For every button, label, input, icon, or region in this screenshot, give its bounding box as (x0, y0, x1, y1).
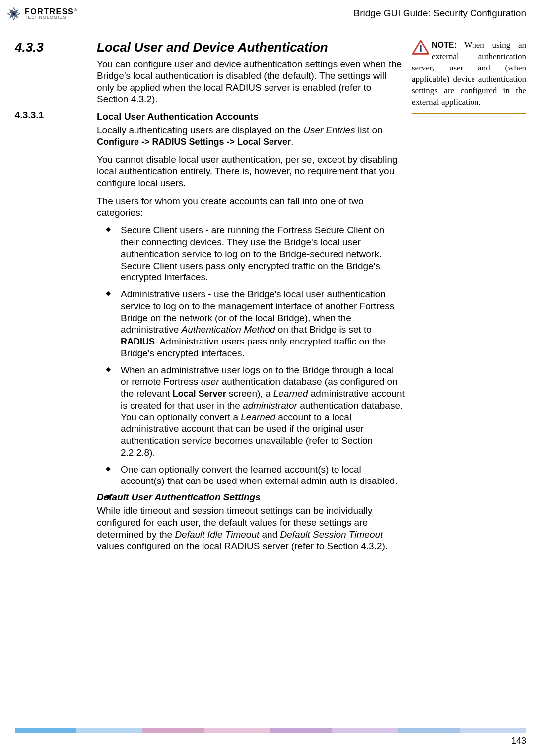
section-numbers-column: 4.3.3 4.3.3.1 (15, 40, 97, 558)
page-body: 4.3.3 4.3.3.1 Local User and Device Auth… (0, 40, 541, 558)
page-header: FORTRESS® TECHNOLOGIES Bridge GUI Guide:… (0, 0, 541, 27)
page-footer: 143 (15, 728, 526, 746)
bullet-list: Secure Client users - are running the Fo… (97, 224, 405, 487)
footer-decorative-bar (15, 728, 526, 733)
margin-notes: NOTE: When using an external authenticat… (412, 40, 526, 558)
note-callout: NOTE: When using an external authenticat… (412, 40, 526, 114)
page-number: 143 (15, 736, 526, 746)
paragraph: The users for whom you create accounts c… (97, 195, 405, 219)
list-item: One can optionally convert the learned a… (97, 464, 405, 487)
list-item: Secure Client users - are running the Fo… (97, 224, 405, 283)
note-label: NOTE: (432, 41, 457, 49)
section-intro: You can configure user and device authen… (97, 58, 405, 105)
logo: FORTRESS® TECHNOLOGIES (5, 5, 78, 23)
section-title: Local User and Device Authentication (97, 40, 405, 55)
svg-point-1 (420, 45, 422, 47)
list-item: When an administrative user logs on to t… (97, 364, 405, 459)
main-content: Local User and Device Authentication You… (97, 40, 405, 558)
subsection-number: 4.3.3.1 (15, 110, 97, 121)
svg-rect-2 (420, 47, 421, 52)
paragraph: You cannot disable local user authentica… (97, 154, 405, 189)
section-number: 4.3.3 (15, 40, 97, 55)
svg-point-0 (12, 12, 15, 15)
paragraph: Locally authenticating users are display… (97, 124, 405, 148)
document-title: Bridge GUI Guide: Security Configuration (354, 5, 526, 19)
logo-text: FORTRESS® TECHNOLOGIES (25, 8, 78, 19)
list-item: Administrative users - use the Bridge's … (97, 288, 405, 359)
subsection-title: Local User Authentication Accounts (97, 111, 405, 122)
info-warning-icon (412, 40, 430, 56)
paragraph: While idle timeout and session timeout s… (97, 505, 405, 552)
fortress-logo-icon (5, 5, 23, 23)
inline-heading: Default User Authentication Settings (97, 492, 405, 503)
